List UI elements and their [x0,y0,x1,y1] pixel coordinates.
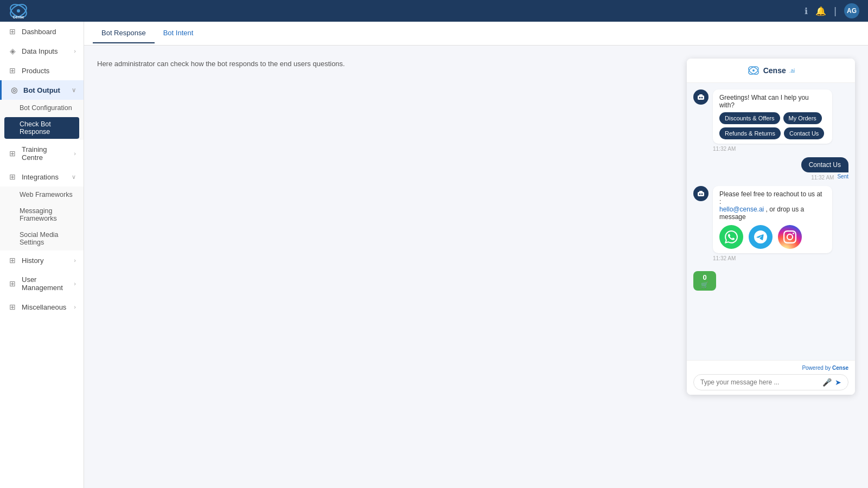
quick-reply-refunds-returns[interactable]: Refunds & Returns [719,127,781,139]
data-inputs-icon: ◈ [8,47,17,55]
bot-greeting-row: Greetings! What can I help you with? Dis… [693,89,848,152]
chat-logo-text: Cense [763,66,786,75]
svg-rect-7 [698,95,704,100]
bot-reply-bubble: Please feel free to reachout to us at : … [713,186,832,253]
chat-messages[interactable]: Greetings! What can I help you with? Dis… [687,83,855,360]
social-icons-row [719,225,826,249]
avatar-button[interactable]: AG [844,3,859,18]
instagram-svg [783,230,796,243]
bot-reply-email[interactable]: hello@cense.ai [719,206,764,213]
quick-reply-my-orders[interactable]: My Orders [783,112,822,124]
svg-point-14 [701,194,703,195]
chat-input-row: 🎤 ➤ [693,374,848,390]
chat-logo-ai: .ai [789,68,795,74]
sidebar-item-bot-output[interactable]: ◎ Bot Output ∨ [0,80,84,100]
tabs-bar: Bot Response Bot Intent [84,22,868,46]
top-nav: Cense ℹ 🔔 | AG [0,0,868,22]
chevron-right-icon-training: › [74,150,76,157]
svg-text:Cense: Cense [12,15,24,19]
tab-bot-intent[interactable]: Bot Intent [155,23,202,43]
content-area: Bot Response Bot Intent Here administrat… [84,22,868,488]
sidebar-label-data-inputs: Data Inputs [22,47,69,55]
cart-count: 0 [703,273,706,281]
quick-reply-contact-us[interactable]: Contact Us [784,127,824,139]
chevron-down-icon: ∨ [72,87,76,94]
chat-input[interactable] [700,378,819,386]
svg-rect-12 [699,191,703,192]
sidebar-item-bot-configuration[interactable]: Bot Configuration [0,100,84,116]
bot-greeting-content: Greetings! What can I help you with? Dis… [713,89,832,152]
chat-cense-logo [747,64,760,77]
powered-by: Powered by Cense [693,365,848,371]
bot-reply-content: Please feel free to reachout to us at : … [713,186,832,261]
tab-bot-response[interactable]: Bot Response [93,23,155,43]
sidebar-item-check-bot-response[interactable]: Check Bot Response [4,117,79,139]
svg-rect-11 [698,192,704,196]
content-body: Here administrator can check how the bot… [84,46,868,488]
sidebar-item-data-inputs[interactable]: ◈ Data Inputs › [0,41,84,61]
timestamp-greeting: 11:32 AM [713,146,832,152]
cense-logo-icon: Cense [9,1,28,21]
chat-footer: Powered by Cense 🎤 ➤ [687,360,855,395]
sidebar-item-social-media-settings[interactable]: Social Media Settings [0,227,84,251]
sidebar-item-products[interactable]: ⊞ Products [0,61,84,80]
user-timestamp: 11:32 AM [811,175,834,181]
telegram-icon[interactable] [749,225,773,249]
chevron-right-icon-user-mgmt: › [74,280,76,287]
bot-reply-text: Please feel free to reachout to us at : [719,190,822,206]
sidebar-item-history[interactable]: ⊞ History › [0,251,84,270]
dashboard-icon: ⊞ [8,27,17,36]
powered-by-brand: Cense [832,365,848,371]
sidebar-label-user-management: User Management [22,275,69,292]
instagram-icon[interactable] [778,225,802,249]
user-bubble: Contact Us [801,157,848,172]
user-message-row: Contact Us [693,157,848,172]
chevron-right-icon-misc: › [74,304,76,310]
bot-greeting-text: Greetings! What can I help you with? [719,94,809,109]
sidebar-item-web-frameworks[interactable]: Web Frameworks [0,187,84,203]
sidebar-item-messaging-frameworks[interactable]: Messaging Frameworks [0,203,84,227]
svg-point-13 [699,194,701,195]
training-centre-icon: ⊞ [8,149,17,158]
bell-icon-button[interactable]: 🔔 [815,6,826,16]
chevron-right-icon-history: › [74,257,76,264]
miscellaneous-icon: ⊞ [8,303,17,311]
send-button[interactable]: ➤ [835,378,841,387]
cart-badge[interactable]: 0 🛒 [693,271,716,291]
user-message-section: Contact Us 11:32 AM Sent [693,157,848,181]
bot-output-icon: ◎ [9,86,19,94]
products-icon: ⊞ [8,66,17,75]
bot-reply-row: Please feel free to reachout to us at : … [693,186,848,261]
logo: Cense [9,1,28,21]
whatsapp-icon[interactable] [719,225,743,249]
chevron-right-icon: › [74,48,76,54]
sidebar-label-training-centre: Training Centre [22,145,69,162]
chat-header: Cense .ai [687,59,855,83]
history-icon: ⊞ [8,256,17,265]
sidebar-label-bot-output: Bot Output [23,86,67,94]
sidebar-item-training-centre[interactable]: ⊞ Training Centre › [0,140,84,167]
user-management-icon: ⊞ [8,279,17,288]
sidebar-item-user-management[interactable]: ⊞ User Management › [0,270,84,297]
cart-section: 0 🛒 [693,271,848,291]
sidebar-label-miscellaneous: Miscellaneous [22,303,69,311]
mic-icon[interactable]: 🎤 [822,378,832,387]
bot-greeting-bubble: Greetings! What can I help you with? Dis… [713,89,832,144]
sidebar-label-integrations: Integrations [22,173,67,181]
bot-icon [697,93,705,101]
svg-point-10 [701,97,703,99]
sidebar: ⊞ Dashboard ◈ Data Inputs › ⊞ Products ◎… [0,22,84,488]
quick-reply-buttons: Discounts & Offers My Orders Refunds & R… [719,112,826,139]
sidebar-label-history: History [22,256,69,265]
sidebar-label-products: Products [22,67,76,75]
sidebar-item-miscellaneous[interactable]: ⊞ Miscellaneous › [0,297,84,317]
sidebar-item-integrations[interactable]: ⊞ Integrations ∨ [0,167,84,187]
main-layout: ⊞ Dashboard ◈ Data Inputs › ⊞ Products ◎… [0,22,868,488]
sidebar-item-dashboard[interactable]: ⊞ Dashboard [0,22,84,41]
bot-icon-2 [697,189,705,198]
svg-rect-8 [699,94,703,96]
top-nav-right: ℹ 🔔 | AG [805,3,859,18]
quick-reply-discounts-offers[interactable]: Discounts & Offers [719,112,780,124]
bot-avatar-2 [693,186,709,201]
info-icon-button[interactable]: ℹ [805,6,808,16]
